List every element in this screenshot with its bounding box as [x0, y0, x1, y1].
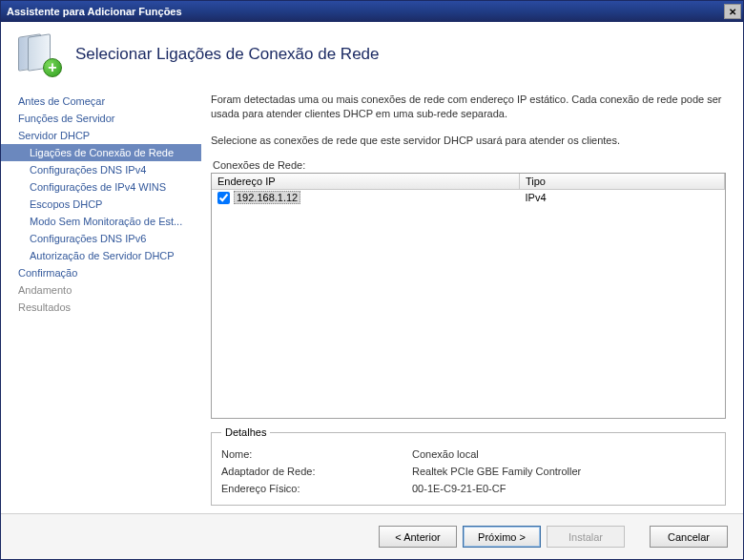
step-dhcp-scopes[interactable]: Escopos DHCP [1, 196, 201, 213]
close-icon: ✕ [729, 7, 736, 17]
step-server-roles[interactable]: Funções de Servidor [1, 110, 201, 127]
col-type[interactable]: Tipo [520, 174, 725, 190]
wizard-header: + Selecionar Ligações de Conexão de Rede [1, 22, 743, 85]
detail-mac-value: 00-1E-C9-21-E0-CF [412, 483, 506, 494]
cell-ip: 192.168.1.12 [234, 191, 300, 204]
step-dhcp-server[interactable]: Servidor DHCP [1, 127, 201, 144]
detail-adapter-value: Realtek PCIe GBE Family Controller [412, 466, 581, 477]
next-button[interactable]: Próximo > [463, 526, 541, 548]
table-header-row: Endereço IP Tipo [212, 174, 725, 190]
step-network-bindings[interactable]: Ligações de Conexão de Rede [1, 144, 201, 161]
detail-name-value: Conexão local [412, 448, 479, 460]
step-confirmation[interactable]: Confirmação [1, 264, 201, 281]
titlebar: Assistente para Adicionar Funções ✕ [1, 1, 743, 22]
connections-table: Endereço IP Tipo 192.168.1.12 [212, 174, 725, 205]
table-row[interactable]: 192.168.1.12 IPv4 [212, 190, 725, 206]
step-stateless-mode[interactable]: Modo Sem Monitoração de Est... [1, 213, 201, 230]
page-title: Selecionar Ligações de Conexão de Rede [75, 45, 380, 64]
connections-label: Conexões de Rede: [213, 159, 726, 171]
step-results: Resultados [1, 299, 201, 316]
step-wins-ipv4[interactable]: Configurações de IPv4 WINS [1, 178, 201, 196]
details-legend: Detalhes [221, 426, 270, 438]
step-dhcp-authorize[interactable]: Autorização de Servidor DHCP [1, 247, 201, 264]
details-group: Detalhes Nome: Conexão local Adaptador d… [211, 426, 726, 506]
detail-name-label: Nome: [221, 448, 412, 460]
connections-table-wrap[interactable]: Endereço IP Tipo 192.168.1.12 [211, 173, 726, 419]
wizard-window: Assistente para Adicionar Funções ✕ + Se… [0, 0, 744, 560]
cancel-button[interactable]: Cancelar [650, 526, 728, 548]
step-before-begin[interactable]: Antes de Começar [1, 93, 201, 110]
row-checkbox[interactable] [217, 192, 230, 204]
wizard-footer: < Anterior Próximo > Instalar Cancelar [1, 513, 743, 559]
cell-type: IPv4 [520, 190, 725, 206]
col-ip[interactable]: Endereço IP [212, 174, 520, 190]
wizard-content: Foram detectadas uma ou mais conexões de… [201, 85, 743, 513]
step-dns-ipv4[interactable]: Configurações DNS IPv4 [1, 161, 201, 178]
prev-button[interactable]: < Anterior [379, 526, 457, 548]
wizard-steps: Antes de Começar Funções de Servidor Ser… [1, 85, 201, 513]
description-1: Foram detectadas uma ou mais conexões de… [211, 93, 726, 122]
description-2: Selecione as conexões de rede que este s… [211, 134, 726, 148]
close-button[interactable]: ✕ [724, 4, 741, 19]
step-dns-ipv6[interactable]: Configurações DNS IPv6 [1, 230, 201, 247]
install-button: Instalar [547, 526, 625, 548]
detail-adapter-label: Adaptador de Rede: [221, 466, 412, 477]
window-title: Assistente para Adicionar Funções [7, 6, 182, 17]
detail-mac-label: Endereço Físico: [221, 483, 412, 494]
step-progress: Andamento [1, 281, 201, 299]
server-add-icon: + [18, 33, 60, 75]
